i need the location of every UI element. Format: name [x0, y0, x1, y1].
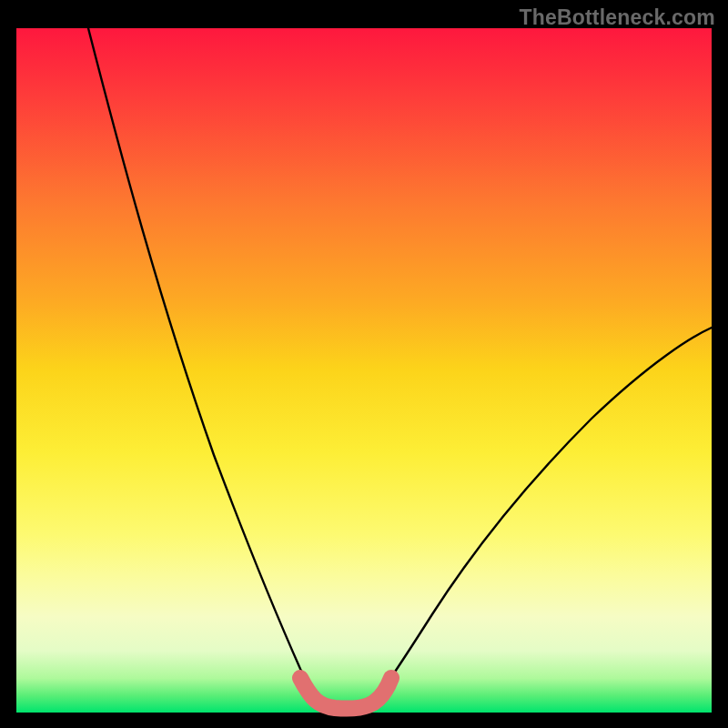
watermark-text: TheBottleneck.com [519, 5, 715, 30]
chart-frame: TheBottleneck.com [0, 0, 728, 728]
plot-background-gradient [16, 28, 712, 713]
plot-canvas [0, 0, 728, 728]
